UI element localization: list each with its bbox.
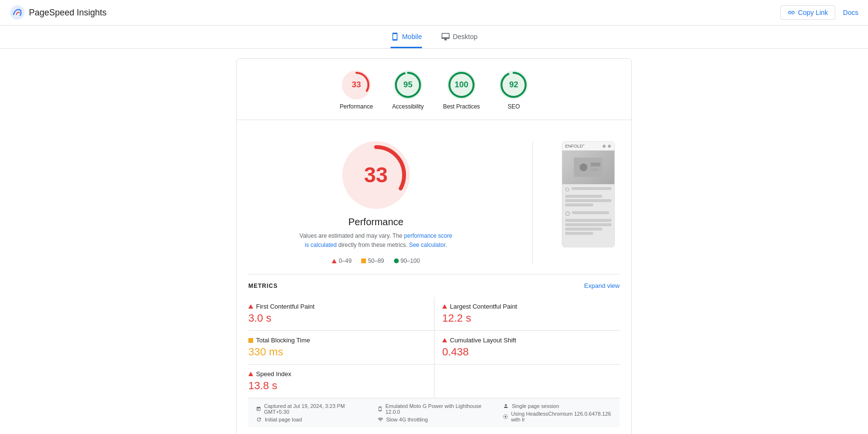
svg-rect-13 — [591, 163, 600, 166]
big-score-value: 33 — [364, 163, 388, 187]
screenshot-body — [562, 150, 614, 247]
metric-cls: Cumulative Layout Shift 0.438 — [434, 331, 620, 365]
metric-si-icon — [248, 372, 253, 376]
link-icon — [787, 9, 795, 16]
main-content: 33 Performance 95 Accessibility — [236, 49, 632, 434]
copy-link-label: Copy Link — [798, 9, 828, 16]
metric-cls-header: Cumulative Layout Shift — [442, 337, 612, 344]
score-legend: 0–49 50–89 90–100 — [332, 258, 420, 264]
screenshot-line — [565, 195, 602, 198]
metric-tbt-icon — [248, 338, 253, 343]
score-circle-best-practices: 100 — [447, 70, 476, 99]
vertical-divider — [532, 141, 533, 264]
metric-si-name: Speed Index — [256, 370, 291, 378]
description-text: Values are estimated and may vary. The — [299, 232, 404, 239]
device-info: Emulated Moto G Power with Lighthouse 12… — [385, 403, 484, 415]
legend-orange-range: 50–89 — [368, 258, 384, 264]
person-icon — [503, 403, 509, 409]
scores-divider — [237, 120, 631, 120]
score-circle-seo: 92 — [499, 70, 528, 99]
score-item-accessibility[interactable]: 95 Accessibility — [392, 70, 423, 110]
calendar-icon — [256, 406, 261, 412]
legend-square-icon — [361, 258, 366, 263]
tab-desktop[interactable]: Desktop — [441, 32, 477, 48]
screenshot-text-row2 — [565, 211, 611, 216]
score-item-performance[interactable]: 33 Performance — [340, 70, 373, 110]
footer-throttling-info: Slow 4G throttling — [378, 417, 484, 422]
metric-lcp-header: Largest Contentful Paint — [442, 303, 612, 310]
legend-green-range: 90–100 — [401, 258, 420, 264]
see-calculator-link[interactable]: See calculator — [409, 242, 445, 248]
metric-tbt-value: 330 ms — [248, 346, 426, 358]
browser-info: Using HeadlessChromium 126.0.6478.126 wi… — [511, 411, 612, 422]
footer-col-3: Single page session Using HeadlessChromi… — [503, 403, 612, 422]
chrome-icon — [503, 414, 508, 420]
tab-bar: Mobile Desktop — [0, 26, 868, 49]
app-title: PageSpeed Insights — [29, 8, 107, 18]
pagespeed-logo — [10, 5, 25, 20]
screenshot-text-area — [562, 184, 614, 240]
metric-lcp-value: 12.2 s — [442, 312, 612, 325]
header-left: PageSpeed Insights — [10, 5, 107, 20]
throttling-info: Slow 4G throttling — [386, 417, 428, 422]
screenshot-line — [565, 228, 602, 231]
performance-description: Values are estimated and may vary. The p… — [299, 231, 453, 250]
session-type: Single page session — [512, 403, 559, 409]
legend-red-range: 0–49 — [339, 258, 352, 264]
metric-cls-name: Cumulative Layout Shift — [450, 337, 516, 344]
screenshot-hero-svg — [574, 158, 603, 177]
metric-lcp-name: Largest Contentful Paint — [450, 303, 517, 310]
screenshot-line — [565, 199, 611, 202]
screenshot-line — [565, 203, 593, 206]
legend-circle-icon — [394, 258, 399, 263]
metric-tbt: Total Blocking Time 330 ms — [248, 331, 434, 365]
page-load-type: Initial page load — [265, 417, 302, 422]
metric-si-value: 13.8 s — [248, 380, 426, 392]
score-circle-accessibility: 95 — [393, 70, 422, 99]
capture-time: Captured at Jul 19, 2024, 3:23 PM GMT+5:… — [264, 403, 358, 415]
metric-lcp-icon — [442, 304, 447, 309]
metric-tbt-header: Total Blocking Time — [248, 337, 426, 344]
svg-point-18 — [505, 416, 507, 418]
svg-point-15 — [566, 188, 569, 191]
metrics-grid: First Contentful Paint 3.0 s Largest Con… — [248, 297, 620, 398]
metric-si-header: Speed Index — [248, 370, 426, 378]
score-item-seo[interactable]: 92 SEO — [499, 70, 528, 110]
screenshot-controls: ⊕ ⊗ — [602, 144, 611, 149]
docs-link[interactable]: Docs — [843, 9, 858, 16]
metric-fcp-value: 3.0 s — [248, 312, 426, 325]
footer-browser-info: Using HeadlessChromium 126.0.6478.126 wi… — [503, 411, 612, 422]
metric-empty — [434, 365, 620, 398]
score-card: 33 Performance 95 Accessibility — [236, 58, 632, 434]
score-label-seo: SEO — [508, 103, 520, 110]
footer-session-info: Single page session — [503, 403, 612, 409]
screenshot-line — [565, 219, 611, 222]
screenshot-line — [572, 211, 609, 214]
metric-cls-icon — [442, 338, 447, 342]
svg-point-12 — [580, 163, 587, 171]
screenshot-preview: ENFOLD° ⊕ ⊗ — [562, 141, 615, 247]
score-label-accessibility: Accessibility — [392, 103, 423, 110]
description-mid: directly from these metrics. — [337, 242, 409, 248]
header-right: Copy Link Docs — [780, 5, 858, 20]
tab-mobile-label: Mobile — [402, 33, 422, 41]
screenshot-text-row1 — [565, 187, 611, 192]
expand-view-button[interactable]: Expand view — [584, 282, 620, 289]
legend-orange: 50–89 — [361, 258, 384, 264]
page-header: PageSpeed Insights Copy Link Docs — [0, 0, 868, 26]
score-label-best-practices: Best Practices — [443, 103, 480, 110]
screenshot-hero-image — [562, 150, 614, 184]
metric-si: Speed Index 13.8 s — [248, 365, 434, 398]
performance-section: 33 Performance Values are estimated and … — [248, 132, 620, 274]
score-item-best-practices[interactable]: 100 Best Practices — [443, 70, 480, 110]
footer-capture-info: Captured at Jul 19, 2024, 3:23 PM GMT+5:… — [256, 403, 358, 415]
score-value-performance: 33 — [352, 80, 361, 90]
performance-left: 33 Performance Values are estimated and … — [248, 141, 503, 264]
tab-mobile[interactable]: Mobile — [391, 32, 422, 48]
refresh-icon — [256, 417, 262, 422]
score-value-best-practices: 100 — [455, 80, 468, 90]
copy-link-button[interactable]: Copy Link — [780, 5, 835, 20]
svg-point-16 — [566, 212, 570, 216]
scores-row: 33 Performance 95 Accessibility — [248, 70, 620, 110]
metric-cls-value: 0.438 — [442, 346, 612, 358]
